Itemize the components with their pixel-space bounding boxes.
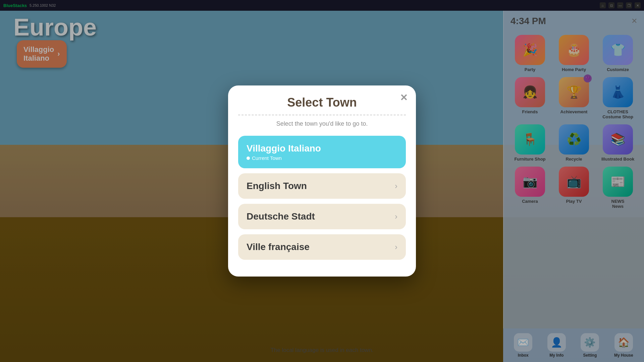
current-dot-icon (247, 157, 250, 160)
modal-overlay: Select Town Select the town you'd like t… (0, 0, 644, 362)
ville-town-name: Ville française (247, 242, 310, 252)
modal-divider (238, 115, 406, 115)
chevron-right-icon: › (395, 181, 397, 191)
select-town-modal: Select Town Select the town you'd like t… (228, 85, 416, 277)
modal-title: Select Town (238, 96, 406, 110)
chevron-right-icon: › (395, 212, 397, 221)
town-button-english[interactable]: English Town › (238, 173, 406, 199)
current-town-label: Current Town (247, 155, 321, 161)
town-button-villaggio[interactable]: Villaggio Italiano Current Town (238, 136, 406, 168)
town-button-deutsche[interactable]: Deutsche Stadt › (238, 204, 406, 229)
deutsche-town-name: Deutsche Stadt (247, 211, 315, 222)
modal-subtitle: Select the town you'd like to go to. (238, 120, 406, 127)
modal-close-button[interactable]: ✕ (400, 92, 408, 103)
villaggio-town-name: Villaggio Italiano (247, 143, 321, 154)
english-town-name: English Town (247, 181, 307, 191)
town-button-ville[interactable]: Ville française › (238, 234, 406, 260)
chevron-right-icon: › (395, 242, 397, 252)
